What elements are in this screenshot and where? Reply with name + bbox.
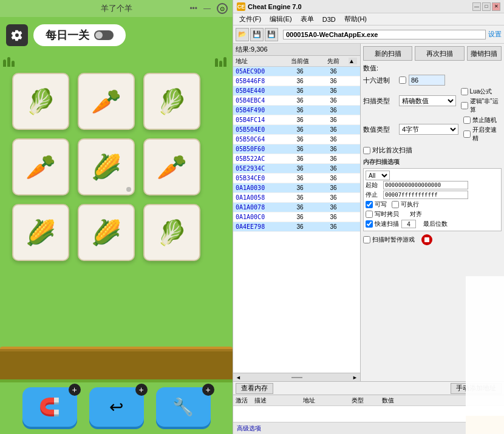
card-1-0[interactable]: 🥕 [12, 138, 69, 195]
scan-type-select[interactable]: 精确数值 [399, 95, 456, 106]
fast-scan-input[interactable] [401, 220, 416, 228]
table-row[interactable]: 05B4E440 36 36 [233, 86, 360, 96]
not-check-row: 逻辑"非"运算 [461, 97, 502, 114]
table-row[interactable]: 05AEC9D0 36 36 [233, 67, 360, 76]
table-row[interactable]: 0A1A00C0 36 36 [233, 212, 360, 222]
executable-checkbox[interactable] [392, 201, 399, 208]
action-btn-shuffle[interactable]: 🔧 + [156, 387, 211, 427]
value-type-select[interactable]: 4字节 [399, 124, 458, 135]
shuffle-icon: 🔧 [172, 397, 194, 417]
fast-scan-label: 快速扫描 [375, 220, 399, 228]
card-2-1[interactable]: 🌽 [78, 204, 135, 261]
fast-scan-checkbox[interactable] [366, 220, 373, 228]
ce-maximize-btn[interactable]: □ [482, 2, 491, 11]
cancel-scan-btn[interactable]: 撤销扫描 [467, 46, 502, 61]
lua-checkbox[interactable] [461, 88, 468, 95]
card-0-0[interactable]: 🥬 [12, 73, 69, 130]
align-check: 对齐 [410, 210, 422, 219]
memory-options-box: All 起始 停止 可写 [363, 168, 502, 231]
card-1-2[interactable]: 🥕 [143, 138, 200, 195]
next-scan-btn[interactable]: 再次扫描 [415, 46, 464, 61]
table-row[interactable]: 0A1A0030 36 36 [233, 183, 360, 193]
value-type-label: 数值类型 [363, 125, 397, 134]
ce-results-table[interactable]: 地址 当前值 先前 ▲ 05AEC9D0 36 36 05B446F8 36 3… [233, 56, 360, 373]
ce-menu-d3d[interactable]: D3D [319, 15, 339, 24]
mem-stop-label: 停止 [366, 191, 381, 199]
speed-checkbox[interactable] [463, 131, 471, 138]
view-memory-btn[interactable]: 查看内存 [236, 383, 273, 394]
action-btn-magnet[interactable]: 🧲 + [22, 387, 77, 427]
card-2-0[interactable]: 🌽 [12, 204, 69, 261]
game-panel: 羊了个羊 ••• — ⊙ 每日一关 🥬 🥕 🥬 [0, 0, 233, 434]
card-1-1[interactable]: 🌽 [78, 138, 135, 195]
action-buttons: 🧲 + ↩ + 🔧 + [0, 387, 233, 427]
cow-checkbox[interactable] [366, 211, 373, 218]
value-input[interactable] [409, 75, 445, 86]
toolbar-btn-3[interactable]: 💾 [265, 28, 278, 41]
table-row[interactable]: 05E2934C 36 36 [233, 164, 360, 174]
executable-label: 可执行 [401, 200, 419, 209]
ce-settings-link[interactable]: 设置 [488, 30, 502, 39]
no-random-checkbox[interactable] [463, 117, 471, 124]
ce-menu-file[interactable]: 文件(F) [236, 14, 265, 24]
ce-window-controls[interactable]: — □ ✕ [472, 2, 500, 11]
table-row[interactable]: 05B50F60 36 36 [233, 144, 360, 154]
toolbar-btn-1[interactable]: 📂 [236, 28, 249, 41]
game-minimize[interactable]: — [201, 4, 213, 13]
hex-checkbox[interactable] [399, 76, 406, 84]
toolbar-btn-2[interactable]: 💾 [250, 28, 264, 41]
card-0-1[interactable]: 🥕 [78, 73, 135, 130]
ce-icon: CE [237, 2, 245, 11]
ce-results-header: 结果:9,306 [233, 44, 360, 56]
daily-label: 每日一关 [46, 28, 89, 42]
table-row[interactable]: 05B522AC 36 36 [233, 154, 360, 164]
game-settings-button[interactable] [6, 24, 28, 46]
ce-process-area: 000015A0-WeChatAppEx.exe 设置 [283, 30, 502, 39]
compare-first-checkbox[interactable] [363, 147, 370, 154]
table-row[interactable]: 05B50C64 36 36 [233, 135, 360, 144]
memory-scan-label: 内存扫描选项 [363, 158, 502, 166]
ce-menu-help[interactable]: 帮助(H) [341, 14, 370, 24]
speed-label: 开启变速精 [472, 126, 502, 143]
not-checkbox[interactable] [461, 102, 468, 109]
cheat-engine-panel: CE Cheat Engine 7.0 — □ ✕ 文件(F) 编辑(E) 表单… [233, 0, 504, 434]
executable-check: 可执行 [392, 200, 419, 209]
table-row[interactable]: 05B504E0 36 36 [233, 125, 360, 135]
game-close[interactable]: ⊙ [217, 3, 228, 14]
value-row: 数值: [363, 64, 502, 73]
table-row[interactable]: 05B446F8 36 36 [233, 76, 360, 86]
new-scan-btn[interactable]: 新的扫描 [363, 46, 412, 61]
table-row[interactable]: 0A1A0058 36 36 [233, 193, 360, 203]
banner-toggle[interactable] [94, 30, 114, 40]
mem-type-select[interactable]: All [366, 171, 390, 180]
daily-banner: 每日一关 [33, 24, 126, 46]
ce-menu-edit[interactable]: 编辑(E) [266, 14, 296, 24]
ce-menu-table[interactable]: 表单 [297, 14, 318, 24]
table-row[interactable]: 0A1A0078 36 36 [233, 203, 360, 212]
shuffle-plus-badge: + [202, 384, 214, 396]
magnet-plus-badge: + [69, 384, 81, 396]
ce-advanced-link[interactable]: 高级选项 [233, 422, 504, 434]
mem-start-input[interactable] [383, 181, 468, 189]
table-row[interactable]: 05B4F490 36 36 [233, 106, 360, 115]
table-row[interactable]: 05B34CE0 36 36 [233, 174, 360, 183]
game-window-controls[interactable]: ••• — ⊙ [189, 3, 228, 14]
ce-results-panel: 结果:9,306 地址 当前值 先前 ▲ 05AEC9D0 36 36 05B4… [233, 44, 361, 381]
card-2-2[interactable]: 🥬 [143, 204, 200, 261]
mem-stop-input[interactable] [383, 191, 468, 199]
table-scroll-bottom[interactable]: ◄ ► [233, 373, 360, 381]
table-row[interactable]: 05B4FC14 36 36 [233, 115, 360, 125]
scan-pause-checkbox[interactable] [363, 236, 370, 243]
action-btn-undo[interactable]: ↩ + [89, 387, 144, 427]
scan-type-row: 扫描类型 精确数值 Lua公式 逻辑"非"运算 [363, 87, 502, 114]
value-label: 数值: [363, 64, 378, 73]
ce-minimize-btn[interactable]: — [472, 2, 481, 11]
ce-scan-buttons: 新的扫描 再次扫描 撤销扫描 [363, 46, 502, 61]
writable-checkbox[interactable] [366, 201, 373, 208]
card-0-2[interactable]: 🥬 [143, 73, 200, 130]
table-row[interactable]: 05B4EBC4 36 36 [233, 96, 360, 106]
table-row[interactable]: 0A4EE798 36 36 [233, 222, 360, 232]
undo-icon: ↩ [109, 397, 123, 417]
ce-close-btn[interactable]: ✕ [492, 2, 500, 11]
ce-title-left: CE Cheat Engine 7.0 [237, 2, 302, 11]
